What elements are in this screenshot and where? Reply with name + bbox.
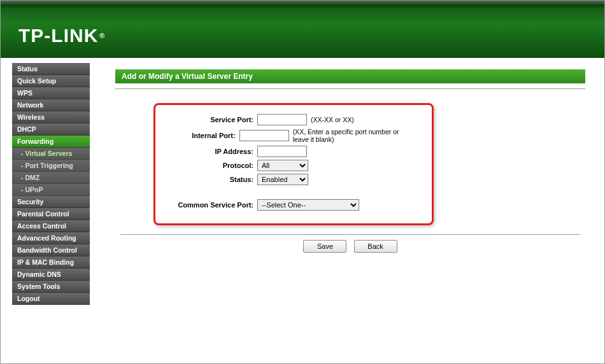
- select-protocol[interactable]: All: [257, 160, 308, 171]
- nav-upnp[interactable]: - UPnP: [12, 184, 90, 196]
- row-ip-address: IP Address:: [162, 146, 413, 157]
- nav-advanced-routing[interactable]: Advanced Routing: [12, 232, 90, 244]
- row-protocol: Protocol: All: [162, 160, 413, 171]
- divider-top: [115, 88, 585, 89]
- nav-quick-setup[interactable]: Quick Setup: [12, 75, 90, 87]
- input-ip-address[interactable]: [257, 146, 307, 157]
- hint-internal-port: (XX, Enter a specific port number or lea…: [293, 128, 413, 143]
- label-protocol: Protocol:: [162, 162, 257, 169]
- row-service-port: Service Port: (XX-XX or XX): [162, 114, 413, 125]
- nav-forwarding[interactable]: Forwarding: [12, 136, 90, 148]
- select-status[interactable]: Enabled: [257, 174, 308, 185]
- nav-access-control[interactable]: Access Control: [12, 220, 90, 232]
- back-button[interactable]: Back: [354, 240, 397, 253]
- spacer: [162, 188, 413, 197]
- label-service-port: Service Port:: [162, 116, 257, 123]
- input-internal-port[interactable]: [239, 130, 289, 141]
- sidebar: Status Quick Setup WPS Network Wireless …: [1, 58, 96, 363]
- brand-logo: TP-LINK®: [18, 25, 105, 46]
- logo-text: TP-LINK: [18, 25, 98, 46]
- input-service-port[interactable]: [257, 114, 307, 125]
- page-title: Add or Modify a Virtual Server Entry: [115, 69, 585, 83]
- row-common-service-port: Common Service Port: --Select One--: [162, 199, 413, 211]
- nav-bandwidth-control[interactable]: Bandwidth Control: [12, 244, 90, 256]
- row-status: Status: Enabled: [162, 174, 413, 185]
- nav-status[interactable]: Status: [12, 63, 90, 75]
- nav-parental-control[interactable]: Parental Control: [12, 208, 90, 220]
- nav-dmz[interactable]: - DMZ: [12, 172, 90, 184]
- nav-virtual-servers[interactable]: - Virtual Servers: [12, 148, 90, 160]
- label-status: Status:: [162, 176, 257, 183]
- nav-dhcp[interactable]: DHCP: [12, 123, 90, 136]
- divider-bottom: [120, 234, 580, 235]
- nav-port-triggering[interactable]: - Port Triggering: [12, 160, 90, 172]
- button-row: Save Back: [115, 240, 585, 253]
- nav-wireless[interactable]: Wireless: [12, 111, 90, 123]
- label-common-service-port: Common Service Port:: [162, 201, 257, 209]
- nav-wps[interactable]: WPS: [12, 87, 90, 99]
- main-content: Add or Modify a Virtual Server Entry Ser…: [96, 58, 604, 363]
- save-button[interactable]: Save: [303, 240, 346, 253]
- nav-dynamic-dns[interactable]: Dynamic DNS: [12, 269, 90, 281]
- row-internal-port: Internal Port: (XX, Enter a specific por…: [162, 128, 413, 143]
- nav-ip-mac-binding[interactable]: IP & MAC Binding: [12, 256, 90, 269]
- nav-system-tools[interactable]: System Tools: [12, 281, 90, 293]
- select-common-service-port[interactable]: --Select One--: [257, 199, 359, 211]
- hint-service-port: (XX-XX or XX): [311, 116, 354, 123]
- registered-mark: ®: [99, 32, 105, 39]
- layout: Status Quick Setup WPS Network Wireless …: [1, 58, 604, 363]
- header: TP-LINK®: [1, 1, 604, 58]
- form-panel: Service Port: (XX-XX or XX) Internal Por…: [153, 103, 434, 225]
- label-internal-port: Internal Port:: [162, 132, 239, 139]
- nav-logout[interactable]: Logout: [12, 293, 90, 305]
- header-top-stripe: [1, 1, 604, 3]
- label-ip-address: IP Address:: [162, 148, 257, 155]
- nav-security[interactable]: Security: [12, 196, 90, 208]
- nav-network[interactable]: Network: [12, 99, 90, 111]
